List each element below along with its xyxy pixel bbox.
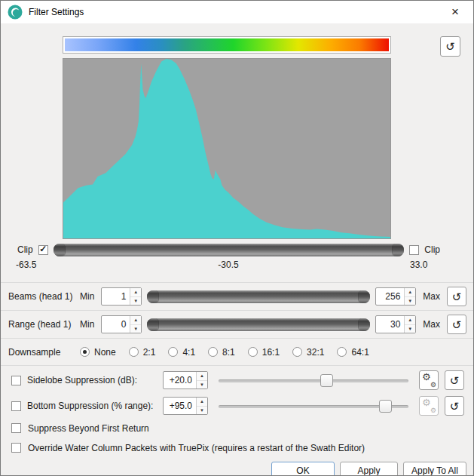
beams-min-spinner[interactable]: 1 ▲▼ — [101, 287, 142, 306]
spin-up-icon[interactable]: ▲ — [405, 316, 415, 325]
spin-up-icon[interactable]: ▲ — [405, 288, 415, 297]
clip-slider-right-handle[interactable] — [393, 244, 404, 256]
beams-slider-right-handle[interactable] — [359, 290, 370, 303]
bottom-reset-button[interactable]: ↺ — [445, 396, 464, 416]
spin-down-icon[interactable]: ▼ — [130, 325, 141, 333]
sidelobe-slider[interactable] — [219, 372, 408, 389]
radio-icon[interactable] — [248, 347, 258, 357]
sidelobe-settings-button[interactable]: ⚙ ⚙ — [419, 370, 439, 390]
clip-slider-left-handle[interactable] — [54, 244, 65, 256]
beams-min-label: Min — [78, 291, 96, 302]
spin-up-icon[interactable]: ▲ — [130, 288, 141, 297]
downsample-option-32-1[interactable]: 32:1 — [292, 347, 324, 358]
beams-slider-left-handle[interactable] — [147, 290, 158, 303]
radio-label: 64:1 — [351, 347, 368, 358]
apply-to-all-button[interactable]: Apply To All — [403, 462, 466, 476]
clip-range-slider[interactable] — [54, 244, 405, 256]
beams-max-value[interactable]: 256 — [376, 288, 404, 305]
scale-mid-label: -30.5 — [218, 259, 238, 270]
clip-right-checkbox[interactable]: ✓ — [409, 245, 419, 255]
spin-up-icon[interactable]: ▲ — [130, 316, 141, 325]
beams-max-label: Max — [421, 291, 442, 302]
radio-label: 32:1 — [307, 347, 324, 358]
bottom-settings-button[interactable]: ⚙ ⚙ — [419, 396, 439, 416]
radio-label: None — [94, 347, 116, 358]
range-range-slider[interactable] — [147, 318, 370, 331]
beams-range-slider[interactable] — [147, 290, 370, 303]
scale-min-label: -63.5 — [16, 259, 36, 270]
beams-label: Beams (head 1) — [8, 291, 73, 302]
downsample-option-4-1[interactable]: 4:1 — [168, 347, 195, 358]
spin-down-icon[interactable]: ▼ — [130, 297, 141, 306]
title-bar: Filter Settings × — [1, 1, 473, 23]
range-slider-right-handle[interactable] — [359, 318, 370, 331]
radio-icon[interactable] — [129, 347, 139, 357]
colorbar — [65, 38, 389, 51]
beams-min-value[interactable]: 1 — [102, 288, 130, 305]
range-reset-button[interactable]: ↺ — [447, 315, 466, 334]
bottom-spinner[interactable]: +95.0 ▲▼ — [163, 397, 208, 415]
beams-max-spinner[interactable]: 256 ▲▼ — [375, 287, 416, 306]
spin-up-icon[interactable]: ▲ — [197, 398, 207, 407]
bottom-slider-thumb[interactable] — [379, 400, 392, 413]
downsample-label: Downsample — [8, 347, 67, 358]
sidelobe-slider-thumb[interactable] — [320, 374, 333, 387]
beams-reset-button[interactable]: ↺ — [447, 287, 466, 306]
range-min-value[interactable]: 0 — [102, 316, 130, 333]
radio-icon[interactable] — [80, 347, 90, 357]
reset-icon: ↺ — [450, 401, 460, 412]
histogram-frame — [63, 58, 391, 239]
sidelobe-slider-groove[interactable] — [219, 379, 408, 382]
override-truepix-checkbox[interactable]: ✓ — [11, 443, 21, 453]
bottom-value[interactable]: +95.0 — [164, 398, 196, 414]
apply-button[interactable]: Apply — [340, 462, 398, 476]
sidelobe-label: Sidelobe Suppression (dB): — [27, 375, 157, 385]
range-min-label: Min — [78, 319, 96, 330]
dialog-body: ↺ Clip ✓ ✓ Clip -63.5 -30.5 33.0 — [1, 23, 473, 476]
sidelobe-reset-button[interactable]: ↺ — [445, 370, 464, 390]
clip-left-checkbox[interactable]: ✓ — [38, 245, 48, 255]
downsample-option-16-1[interactable]: 16:1 — [248, 347, 280, 358]
close-icon: × — [451, 5, 459, 20]
radio-label: 2:1 — [143, 347, 156, 358]
radio-icon[interactable] — [337, 347, 347, 357]
sidelobe-checkbox[interactable]: ✓ — [11, 376, 21, 385]
sidelobe-spinner[interactable]: +20.0 ▲▼ — [163, 371, 208, 389]
downsample-option-64-1[interactable]: 64:1 — [337, 347, 368, 358]
spin-down-icon[interactable]: ▼ — [405, 297, 415, 306]
range-label: Range (head 1) — [8, 319, 73, 330]
range-max-spinner[interactable]: 30 ▲▼ — [375, 315, 416, 333]
range-slider-left-handle[interactable] — [147, 318, 158, 331]
range-max-value[interactable]: 30 — [376, 316, 404, 333]
histogram-area — [63, 59, 390, 238]
gears-icon: ⚙ — [430, 382, 436, 388]
suppress-beyond-checkbox[interactable]: ✓ — [11, 423, 21, 433]
downsample-option-2-1[interactable]: 2:1 — [129, 347, 156, 358]
reset-icon: ↺ — [452, 291, 462, 302]
sidelobe-value[interactable]: +20.0 — [164, 372, 196, 388]
radio-icon[interactable] — [168, 347, 178, 357]
filter-settings-dialog: Filter Settings × ↺ Clip ✓ ✓ Clip — [0, 0, 474, 476]
close-button[interactable]: × — [443, 2, 467, 22]
scale-max-label: 33.0 — [410, 259, 427, 270]
spin-down-icon[interactable]: ▼ — [197, 407, 207, 415]
radio-label: 8:1 — [222, 347, 235, 358]
spin-up-icon[interactable]: ▲ — [197, 372, 207, 381]
gears-icon: ⚙ — [422, 398, 431, 407]
gears-icon: ⚙ — [430, 407, 436, 414]
spin-down-icon[interactable]: ▼ — [405, 325, 415, 333]
bottom-checkbox[interactable]: ✓ — [11, 401, 21, 411]
histogram-reset-button[interactable]: ↺ — [440, 36, 460, 57]
clip-left-label: Clip — [17, 244, 33, 255]
check-icon: ✓ — [39, 244, 47, 254]
downsample-option-8-1[interactable]: 8:1 — [208, 347, 235, 358]
app-icon — [8, 5, 23, 20]
radio-icon[interactable] — [292, 347, 302, 357]
radio-icon[interactable] — [208, 347, 218, 357]
bottom-slider[interactable] — [219, 398, 408, 415]
range-min-spinner[interactable]: 0 ▲▼ — [101, 315, 142, 333]
downsample-option-none[interactable]: None — [80, 347, 116, 358]
reset-icon: ↺ — [450, 375, 460, 386]
ok-button[interactable]: OK — [271, 462, 335, 476]
spin-down-icon[interactable]: ▼ — [197, 381, 207, 389]
